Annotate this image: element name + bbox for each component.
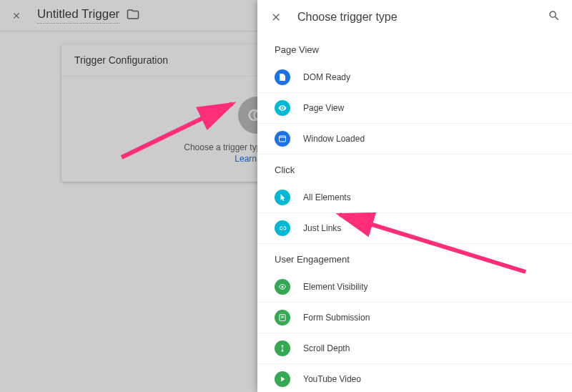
link-icon bbox=[275, 220, 290, 236]
trigger-type-label: Just Links bbox=[303, 223, 341, 233]
eye-icon bbox=[275, 100, 290, 116]
form-icon bbox=[275, 310, 290, 325]
trigger-type-row[interactable]: Scroll Depth bbox=[257, 333, 572, 364]
svg-point-5 bbox=[282, 286, 284, 288]
svg-point-2 bbox=[282, 107, 284, 109]
section-title: Click bbox=[257, 155, 572, 182]
svg-rect-3 bbox=[280, 136, 286, 142]
trigger-type-row[interactable]: Page View bbox=[257, 93, 572, 124]
visibility-icon bbox=[275, 279, 290, 295]
trigger-type-label: YouTube Video bbox=[303, 374, 361, 384]
dom-icon bbox=[275, 69, 290, 85]
panel-header: Choose trigger type bbox=[257, 0, 572, 34]
trigger-type-label: Page View bbox=[303, 103, 344, 113]
panel-body: Page ViewDOM ReadyPage ViewWindow Loaded… bbox=[257, 34, 572, 392]
trigger-type-label: Form Submission bbox=[303, 313, 370, 323]
scroll-icon bbox=[275, 340, 290, 356]
trigger-type-label: All Elements bbox=[303, 192, 351, 202]
trigger-type-row[interactable]: Form Submission bbox=[257, 303, 572, 333]
play-icon bbox=[275, 371, 290, 387]
trigger-type-row[interactable]: Element Visibility bbox=[257, 272, 572, 303]
trigger-type-label: Window Loaded bbox=[303, 134, 365, 144]
panel-title: Choose trigger type bbox=[297, 11, 548, 24]
trigger-type-label: DOM Ready bbox=[303, 72, 350, 82]
window-icon bbox=[275, 131, 290, 147]
trigger-type-row[interactable]: All Elements bbox=[257, 182, 572, 213]
section-title: Page View bbox=[257, 34, 572, 62]
trigger-type-panel: Choose trigger type Page ViewDOM ReadyPa… bbox=[257, 0, 572, 392]
trigger-type-row[interactable]: YouTube Video bbox=[257, 364, 572, 392]
search-icon[interactable] bbox=[548, 9, 561, 25]
trigger-type-row[interactable]: Just Links bbox=[257, 213, 572, 244]
trigger-type-row[interactable]: DOM Ready bbox=[257, 62, 572, 93]
trigger-type-label: Element Visibility bbox=[303, 282, 368, 292]
trigger-type-row[interactable]: Window Loaded bbox=[257, 124, 572, 155]
section-title: User Engagement bbox=[257, 244, 572, 272]
panel-close-icon[interactable] bbox=[269, 10, 283, 24]
trigger-type-label: Scroll Depth bbox=[303, 343, 350, 353]
pointer-icon bbox=[275, 190, 290, 205]
